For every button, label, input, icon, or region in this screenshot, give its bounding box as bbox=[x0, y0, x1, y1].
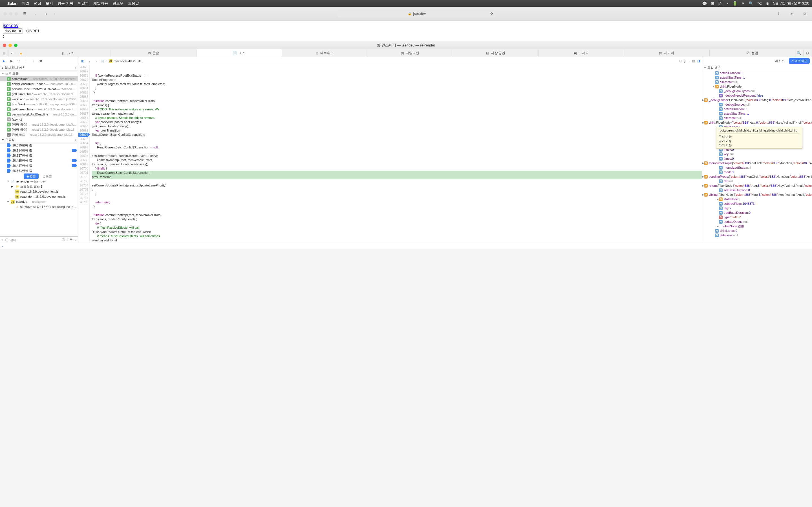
line-gutter[interactable]: 2667626677266782667926680266812668226683… bbox=[79, 65, 90, 243]
share-button[interactable]: ⇪ bbox=[775, 10, 783, 18]
menu-view[interactable]: 보기 bbox=[46, 1, 53, 6]
menubar-clock[interactable]: 5월 7일 (화) 오후 3:20 bbox=[773, 1, 809, 6]
reload-icon[interactable]: ⟳ bbox=[490, 11, 493, 16]
scope-property-row[interactable]: NactualStartTime: -1 bbox=[702, 111, 812, 116]
inspector-settings-button[interactable]: ⚙ bbox=[804, 49, 812, 57]
scope-property-row[interactable]: ▶O_debugOwner: FiberNode {"color:#888">t… bbox=[702, 98, 812, 102]
scope-tab-resources[interactable]: 리소스 bbox=[773, 58, 786, 64]
scope-property-row[interactable]: Ndeletions: null bbox=[702, 233, 812, 237]
breakpoint-item[interactable]: 26,127번째 줄 bbox=[0, 153, 78, 158]
tabs-overview-button[interactable]: ⧉ bbox=[801, 10, 809, 18]
minimap-button[interactable]: ▤ bbox=[692, 59, 695, 63]
step-button[interactable]: ⇄ bbox=[38, 59, 43, 63]
tree-file-babel[interactable]: ▼ JS babel.js — unpkg.com bbox=[0, 199, 78, 204]
device-preview-button[interactable]: ▭ bbox=[8, 49, 17, 57]
messages-icon[interactable]: 💬 bbox=[702, 1, 707, 6]
menu-bookmarks[interactable]: 책갈피 bbox=[78, 1, 89, 6]
local-vars-header[interactable]: ▼ 로컬 변수 bbox=[702, 65, 812, 70]
scope-property-row[interactable]: B_debugNeedsRemount: false bbox=[702, 93, 812, 98]
menu-help[interactable]: 도움말 bbox=[128, 1, 139, 6]
element-inspect-button[interactable]: ⊕ bbox=[0, 49, 8, 57]
scope-property-row[interactable]: Nref: null bbox=[702, 179, 812, 183]
scope-property-row[interactable]: N_debugSource: null bbox=[702, 102, 812, 107]
callstack-item[interactable]: F(익명 함수)— react-18.2.0.development.js:32… bbox=[0, 122, 78, 127]
copy-button[interactable]: ⎘ bbox=[679, 59, 681, 63]
tab-storage[interactable]: ⊟저장 공간 bbox=[453, 49, 539, 57]
chevron-icon[interactable]: ▶ bbox=[702, 99, 704, 101]
scope-property-row[interactable]: N_debugHookTypes: null bbox=[702, 89, 812, 93]
menu-develop[interactable]: 개발자용 bbox=[93, 1, 108, 6]
tab-audit[interactable]: ☑점검 bbox=[710, 49, 795, 57]
scope-property-row[interactable]: ▼Ochild: FiberNode bbox=[702, 84, 812, 89]
scope-tree[interactable]: root.current.child.child.child.sibling.s… bbox=[702, 70, 812, 243]
scope-property-row[interactable]: Nalternate: null bbox=[702, 116, 812, 120]
type-button[interactable]: T bbox=[688, 59, 690, 63]
close-window-button[interactable] bbox=[3, 12, 7, 15]
filter-info-icon[interactable]: ⓘ bbox=[62, 238, 65, 242]
nav-forward-button[interactable]: › bbox=[94, 59, 99, 63]
add-breakpoint-button[interactable]: + bbox=[75, 138, 77, 142]
chevron-icon[interactable]: ▶ bbox=[716, 225, 719, 228]
scope-property-row[interactable]: ▶OmemoizedProps: {"color:#888">onClick: … bbox=[702, 161, 812, 165]
breakpoint-item[interactable]: 26,114번째 줄 bbox=[0, 148, 78, 153]
scope-property-row[interactable]: NtreeBaseDuration: 0 bbox=[702, 210, 812, 215]
chevron-icon[interactable]: ▶ bbox=[702, 162, 704, 165]
scope-property-row[interactable]: ▶OstateNode: bbox=[702, 197, 812, 202]
pretty-print-button[interactable]: {} bbox=[684, 59, 686, 63]
filter-mode-button[interactable]: 모두 bbox=[66, 238, 73, 242]
battery-icon[interactable]: 🔋 bbox=[732, 1, 737, 6]
menu-history[interactable]: 방문 기록 bbox=[57, 1, 73, 6]
scope-property-row[interactable]: NmemoizedState: null bbox=[702, 165, 812, 170]
menu-app-name[interactable]: Safari bbox=[7, 1, 17, 6]
scope-property-row[interactable]: Nlanes: 0 bbox=[702, 156, 812, 161]
scope-property-row[interactable]: ▶Ochild: FiberNode {"color:#888">tag: 6,… bbox=[702, 120, 812, 125]
breakpoint-item[interactable]: 26,095번째 줄 bbox=[0, 143, 78, 148]
callstack-item[interactable]: G전역 코드— react-18.2.0.development.js:16 bbox=[0, 132, 78, 137]
grid-icon[interactable]: ⊞ bbox=[711, 1, 714, 6]
toggle-right-sidebar-button[interactable]: ◨ bbox=[697, 59, 700, 63]
bp-group-by-path[interactable]: 경로별 bbox=[40, 173, 55, 179]
inspector-minimize-button[interactable] bbox=[8, 44, 12, 47]
tree-warning[interactable]: ⚠ 61,666번째 줄: 17 You are using the in-br… bbox=[0, 204, 78, 209]
filter-input[interactable] bbox=[10, 238, 60, 242]
tab-sources[interactable]: 📄소스 bbox=[197, 49, 282, 57]
forward-button[interactable]: › bbox=[51, 10, 59, 18]
tab-elements[interactable]: ◫요소 bbox=[26, 49, 111, 57]
minimize-window-button[interactable] bbox=[9, 12, 12, 15]
breakpoint-item[interactable]: 26,561번째 줄 bbox=[0, 168, 78, 173]
callstack-item[interactable]: FperformConcurrentWorkOnRoot— react-dom-… bbox=[0, 87, 78, 92]
step-out-button[interactable]: ↑ bbox=[31, 59, 36, 63]
scope-property-row[interactable]: Ntag: 5 bbox=[702, 206, 812, 210]
callstack-item[interactable]: FcommitRoot— react-dom-18.2.0.developmen… bbox=[0, 76, 78, 81]
scope-property-row[interactable]: NactualDuration: 0 bbox=[702, 71, 812, 75]
zoom-window-button[interactable] bbox=[15, 12, 18, 15]
callstack-item[interactable]: FfinishConcurrentRender— react-dom-18.2.… bbox=[0, 81, 78, 87]
pause-reason-header[interactable]: ▶ 일시 정지 이유 ○ bbox=[0, 65, 78, 71]
new-tab-button[interactable]: + bbox=[788, 10, 796, 18]
scope-property-row[interactable]: NupdateQueue: null bbox=[702, 219, 812, 224]
page-link[interactable]: jser.dev bbox=[3, 23, 18, 28]
menu-edit[interactable]: 편집 bbox=[34, 1, 41, 6]
chevron-icon[interactable]: ▶ bbox=[702, 184, 704, 187]
scope-property-row[interactable]: NchildLanes: 0 bbox=[702, 228, 812, 233]
resume-button[interactable]: |▶ bbox=[9, 59, 13, 63]
scope-property-row[interactable]: Stype: "button" bbox=[702, 215, 812, 219]
nav-back-button[interactable]: ‹ bbox=[87, 59, 92, 63]
scope-property-row[interactable]: ▶Oreturn: FiberNode {"color:#888">tag: 5… bbox=[702, 183, 812, 188]
chevron-icon[interactable]: ▶ bbox=[716, 198, 719, 201]
click-me-button[interactable]: click me - 0 bbox=[3, 29, 23, 34]
inspector-zoom-button[interactable] bbox=[14, 44, 17, 47]
breakpoints-header[interactable]: ▼ 구중점 + bbox=[0, 137, 78, 143]
scope-property-row[interactable]: ▶OpendingProps: {"color:#888">onClick: "… bbox=[702, 174, 812, 179]
chevron-icon[interactable]: ▶ bbox=[702, 175, 704, 178]
callstack-header[interactable]: ▼ 스택 호출 bbox=[0, 71, 78, 76]
toggle-left-sidebar-button[interactable]: ◧ bbox=[80, 59, 85, 63]
tab-group-button[interactable]: ⌄ bbox=[32, 10, 40, 18]
scope-property-row[interactable]: Nmode: 1 bbox=[702, 170, 812, 174]
tab-network[interactable]: ⊕네트워크 bbox=[282, 49, 367, 57]
callstack-item[interactable]: N(async) bbox=[0, 117, 78, 122]
tab-console[interactable]: ⧉콘솔 bbox=[111, 49, 196, 57]
link-icon[interactable]: ⚭ bbox=[741, 1, 745, 6]
tab-timeline[interactable]: ◷타임라인 bbox=[367, 49, 453, 57]
callstack-item[interactable]: F(익명 함수)— react-18.2.0.development.js:15 bbox=[0, 127, 78, 132]
